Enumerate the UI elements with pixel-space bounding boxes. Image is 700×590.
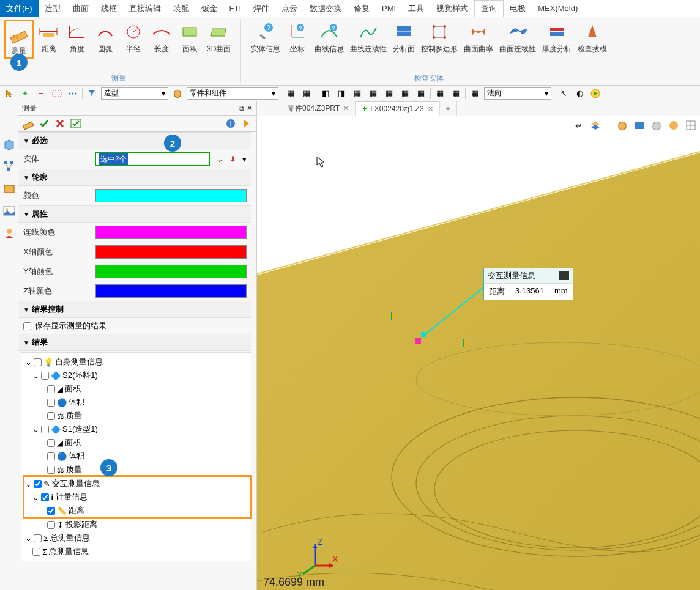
- section-results[interactable]: ▼结果: [18, 334, 251, 351]
- qb-i10[interactable]: ▦: [433, 87, 447, 100]
- swatch-y[interactable]: [95, 265, 247, 278]
- panel-info-button[interactable]: i: [223, 117, 238, 130]
- vp-grid-icon[interactable]: [684, 119, 698, 132]
- strip-shape-icon[interactable]: [2, 138, 16, 152]
- tree-total-misc[interactable]: Σ总测量信息: [24, 545, 251, 558]
- tree-s1-mass[interactable]: ⚖质量 3: [24, 463, 251, 476]
- vp-cube-icon[interactable]: [650, 119, 663, 132]
- tab-new[interactable]: +: [440, 101, 457, 116]
- measure-tooltip[interactable]: 交互测量信息− 距离 3.13561 mm: [483, 268, 573, 300]
- chk-keep-results[interactable]: [23, 322, 31, 330]
- menu-tools[interactable]: 工具: [402, 0, 430, 17]
- input-entity[interactable]: 选中2个: [95, 152, 210, 166]
- ribbon-radius[interactable]: 半径: [120, 20, 147, 56]
- vp-sphere-icon[interactable]: [667, 119, 680, 132]
- menu-surface[interactable]: 曲面: [67, 0, 95, 17]
- entity-more-icon[interactable]: ▾: [242, 155, 247, 164]
- menu-query[interactable]: 查询: [474, 0, 504, 17]
- ribbon-section[interactable]: 分析面: [390, 20, 417, 56]
- menu-data-exchange[interactable]: 数据交换: [303, 0, 348, 17]
- ribbon-draft[interactable]: 检查拔模: [575, 20, 609, 56]
- tree-calc-info[interactable]: ⌄ℹ计量信息: [24, 490, 251, 504]
- panel-ok-button[interactable]: [37, 117, 51, 130]
- qb-play[interactable]: [589, 87, 602, 100]
- qb-dashsel[interactable]: [50, 87, 64, 100]
- qb-combo-normal[interactable]: 法向▾: [484, 87, 551, 100]
- tree-s2-mass[interactable]: ⚖质量: [24, 409, 251, 422]
- qb-dots[interactable]: [66, 87, 80, 100]
- strip-tree-icon[interactable]: [2, 160, 16, 174]
- qb-combo-shape[interactable]: 造型▾: [101, 87, 168, 100]
- menu-direct-edit[interactable]: 直接编辑: [123, 0, 167, 17]
- qb-i11[interactable]: ▦: [449, 87, 463, 100]
- measure-tooltip-collapse-icon[interactable]: −: [559, 271, 569, 280]
- strip-box-icon[interactable]: [2, 182, 16, 196]
- vp-box-icon[interactable]: [616, 119, 629, 132]
- section-outline[interactable]: ▼轮廓: [18, 169, 251, 186]
- qb-filter[interactable]: [85, 87, 99, 100]
- tree-s2-area[interactable]: ◢面积: [24, 382, 251, 396]
- tree-distance[interactable]: 📏距离: [24, 504, 251, 517]
- ribbon-curve-cont[interactable]: 曲线连续性: [348, 20, 389, 56]
- menu-wireframe[interactable]: 线框: [95, 0, 123, 17]
- qb-i5[interactable]: ▦: [351, 87, 364, 100]
- tab-part004[interactable]: 零件004.Z3PRT✕: [281, 101, 356, 116]
- menu-assembly[interactable]: 装配: [167, 0, 195, 17]
- ribbon-angle[interactable]: 角度: [64, 20, 91, 56]
- tree-s1-area[interactable]: ◢面积: [24, 436, 251, 449]
- panel-close-icon[interactable]: ✕: [247, 104, 253, 112]
- qb-combo-parts[interactable]: 零件和组件▾: [187, 87, 278, 100]
- qb-i8[interactable]: ▦: [398, 87, 412, 100]
- qb-cursor[interactable]: [2, 87, 16, 100]
- qb-i12[interactable]: ▦: [468, 87, 482, 100]
- tree-total-info[interactable]: ⌄Σ总测量信息: [24, 531, 251, 545]
- swatch-outline[interactable]: [95, 189, 247, 202]
- entity-pick-icon[interactable]: ⬇: [229, 155, 236, 164]
- qb-cube[interactable]: [171, 87, 184, 100]
- viewport-3d[interactable]: 交互测量信息− 距离 3.13561 mm ↩: [257, 116, 700, 590]
- qb-add[interactable]: +: [18, 87, 32, 100]
- panel-expand-button[interactable]: [239, 117, 254, 130]
- ribbon-entity-info[interactable]: ?实体信息: [248, 20, 283, 56]
- panel-cancel-button[interactable]: [53, 117, 67, 130]
- ribbon-distance[interactable]: 距离: [35, 20, 62, 56]
- ribbon-length[interactable]: 长度: [148, 20, 175, 56]
- qb-i13[interactable]: ◐: [573, 87, 586, 100]
- ribbon-surf-curv[interactable]: 曲面曲率: [461, 20, 496, 56]
- qb-i4[interactable]: ◨: [335, 87, 348, 100]
- qb-i2[interactable]: ▦: [300, 87, 313, 100]
- qb-i9[interactable]: ▦: [414, 87, 428, 100]
- tab-close-icon[interactable]: ✕: [343, 105, 349, 112]
- vp-back-icon[interactable]: ↩: [572, 119, 585, 132]
- ribbon-area[interactable]: 面积: [176, 20, 203, 56]
- swatch-z[interactable]: [95, 284, 247, 298]
- section-attrs[interactable]: ▼属性: [18, 205, 251, 223]
- strip-image-icon[interactable]: [2, 204, 16, 218]
- section-required[interactable]: ▼必选: [18, 132, 251, 149]
- file-menu[interactable]: 文件(F): [0, 0, 39, 17]
- menu-mex[interactable]: MEX(Mold): [532, 0, 584, 17]
- entity-dropdown-icon[interactable]: ⌵: [217, 155, 222, 164]
- tree-proj-dist[interactable]: ↧投影距离: [24, 518, 251, 531]
- ribbon-arc[interactable]: 圆弧: [92, 20, 119, 56]
- tree-s2-volume[interactable]: 🔵体积: [24, 396, 251, 409]
- ribbon-thickness[interactable]: 厚度分析: [540, 20, 574, 56]
- swatch-x[interactable]: [95, 245, 247, 259]
- menu-repair[interactable]: 修复: [348, 0, 376, 17]
- swatch-line[interactable]: [95, 226, 247, 239]
- ribbon-3dcurve[interactable]: 3D曲面: [204, 20, 233, 56]
- qb-i6[interactable]: ▦: [367, 87, 380, 100]
- qb-cursor2[interactable]: ↖: [557, 87, 570, 100]
- ribbon-curve-info[interactable]: ?曲线信息: [312, 20, 346, 56]
- panel-ruler-icon[interactable]: [21, 117, 35, 130]
- ribbon-measure[interactable]: 测量 1: [4, 20, 34, 59]
- tree-self-info[interactable]: ⌄💡自身测量信息: [24, 355, 251, 369]
- qb-i3[interactable]: ◧: [319, 87, 332, 100]
- ribbon-surf-cont[interactable]: 曲面连续性: [497, 20, 538, 56]
- menu-weld[interactable]: 焊件: [247, 0, 275, 17]
- menu-shape[interactable]: 造型: [39, 0, 67, 17]
- vp-layers-icon[interactable]: [589, 119, 602, 132]
- menu-electrode[interactable]: 电极: [504, 0, 532, 17]
- tab-close-icon[interactable]: ✕: [428, 105, 433, 113]
- ribbon-ctrl-poly[interactable]: 控制多边形: [419, 20, 460, 56]
